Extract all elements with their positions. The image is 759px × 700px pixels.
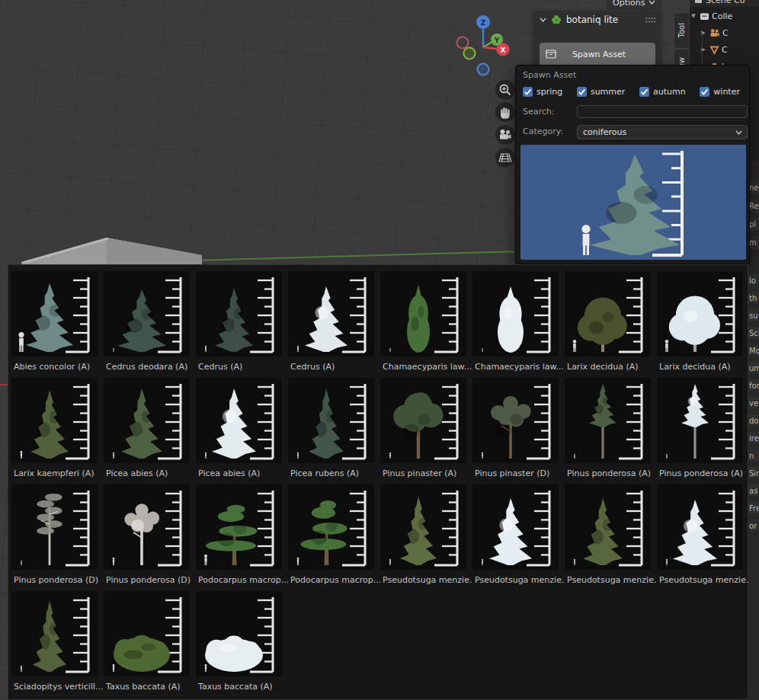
asset-thumbnail[interactable]	[565, 484, 651, 570]
zoom-tool-button[interactable]	[495, 80, 515, 100]
asset-thumbnail[interactable]	[380, 378, 466, 463]
tree-thumbnail-image	[196, 591, 282, 676]
disclosure-triangle-icon[interactable]: ▼	[690, 13, 697, 19]
asset-label: Taxus baccata (A)	[196, 682, 288, 692]
gizmo-neg-z[interactable]	[478, 64, 489, 75]
asset-item[interactable]: Pseudotsuga menzie...	[657, 484, 749, 591]
search-input[interactable]	[577, 105, 748, 118]
asset-label: Chamaecyparis law...	[472, 362, 565, 372]
asset-item[interactable]: Pinus ponderosa (A)	[657, 378, 749, 484]
tree-thumbnail-image	[657, 484, 743, 570]
asset-thumbnail[interactable]	[565, 271, 651, 356]
asset-item[interactable]: Pinus pinaster (A)	[380, 378, 472, 484]
asset-item[interactable]: Cedrus deodara (A)	[104, 271, 196, 378]
asset-item[interactable]: Sciadopitys verticill...	[11, 591, 104, 698]
asset-thumbnail[interactable]	[104, 591, 190, 676]
spawn-asset-button[interactable]: Spawn Asset	[540, 43, 655, 66]
asset-item[interactable]: Pinus ponderosa (D)	[104, 484, 196, 591]
navigation-gizmo[interactable]: Z Y X	[454, 9, 517, 79]
grid-icon	[498, 152, 512, 163]
checkbox-icon[interactable]	[639, 87, 649, 97]
asset-item[interactable]: Taxus baccata (A)	[196, 591, 288, 698]
asset-thumbnail[interactable]	[472, 378, 559, 463]
tab-tool[interactable]: Tool	[674, 12, 689, 49]
outliner-item-camera[interactable]: ▶C	[690, 24, 759, 41]
asset-thumbnail[interactable]	[104, 484, 190, 570]
asset-label: Pseudotsuga menzie...	[565, 575, 657, 585]
asset-thumbnail[interactable]	[657, 484, 743, 570]
category-label: Category:	[523, 126, 563, 136]
clipped-text-row: n	[748, 449, 759, 461]
asset-item[interactable]: Pseudotsuga menzie...	[380, 484, 472, 591]
asset-thumbnail[interactable]	[657, 378, 743, 463]
asset-item[interactable]: Podocarpus macrop...	[288, 484, 380, 591]
asset-item[interactable]: Cedrus (A)	[196, 271, 288, 378]
asset-item[interactable]: Larix decidua (A)	[657, 271, 749, 378]
asset-thumbnail[interactable]	[104, 378, 190, 463]
season-checkbox-spring[interactable]: spring	[523, 87, 562, 97]
outliner-item-cone[interactable]: ▶C	[690, 41, 759, 58]
asset-item[interactable]: Abies concolor (A)	[11, 271, 104, 378]
asset-thumbnail[interactable]	[288, 271, 374, 356]
asset-label: Pseudotsuga menzie...	[380, 575, 472, 585]
asset-item[interactable]: Pinus ponderosa (D)	[11, 484, 104, 591]
spawn-asset-popup: Spawn Asset springsummerautumnwinter Sea…	[515, 65, 750, 264]
asset-item[interactable]: Podocarpus macrop...	[196, 484, 288, 591]
asset-thumbnail[interactable]	[288, 484, 374, 570]
disclosure-triangle-icon[interactable]: ▶	[700, 30, 707, 36]
panel-collapse-chevron-icon[interactable]	[540, 18, 546, 22]
asset-item[interactable]: Pinus ponderosa (A)	[565, 378, 657, 484]
category-select[interactable]: coniferous	[577, 125, 748, 139]
checkbox-icon[interactable]	[577, 87, 587, 97]
asset-thumbnail[interactable]	[565, 378, 651, 463]
asset-item[interactable]: Taxus baccata (A)	[104, 591, 196, 698]
outliner-item-collection[interactable]: ▼Colle	[690, 8, 759, 24]
asset-thumbnail[interactable]	[288, 378, 374, 463]
camera-view-button[interactable]	[495, 125, 515, 145]
cube-object[interactable]	[15, 229, 213, 264]
season-checkbox-summer[interactable]: summer	[577, 87, 625, 97]
asset-label: Larix decidua (A)	[565, 362, 657, 372]
disclosure-triangle-icon[interactable]: ▶	[700, 46, 707, 53]
grid-floor-button[interactable]	[495, 148, 515, 168]
gizmo-neg-y[interactable]	[464, 48, 476, 59]
asset-thumbnail[interactable]	[380, 271, 466, 356]
gizmo-neg-x[interactable]	[457, 37, 469, 49]
asset-label: Pinus ponderosa (D)	[104, 575, 196, 585]
asset-item[interactable]: Picea abies (A)	[196, 378, 288, 484]
outliner-header[interactable]: Scene Co	[690, 0, 759, 7]
checkbox-icon[interactable]	[700, 87, 709, 97]
asset-item[interactable]: Pseudotsuga menzie...	[565, 484, 657, 591]
asset-thumbnail[interactable]	[196, 484, 282, 570]
asset-thumbnail[interactable]	[196, 591, 282, 676]
asset-item[interactable]: Pinus pinaster (D)	[472, 378, 565, 484]
asset-thumbnail[interactable]	[11, 378, 98, 463]
asset-thumbnail[interactable]	[11, 271, 98, 356]
options-dropdown[interactable]: Options	[607, 0, 661, 10]
pan-tool-button[interactable]	[495, 102, 515, 122]
asset-item[interactable]: Picea abies (A)	[104, 378, 196, 484]
checkbox-icon[interactable]	[523, 87, 533, 97]
asset-item[interactable]: Larix decidua (A)	[565, 271, 657, 378]
asset-item[interactable]: Chamaecyparis law...	[380, 271, 472, 378]
asset-item[interactable]: Larix kaempferi (A)	[11, 378, 104, 484]
asset-thumbnail[interactable]	[472, 484, 559, 570]
asset-thumbnail[interactable]	[196, 378, 282, 463]
asset-thumbnail[interactable]	[11, 484, 98, 570]
asset-thumbnail[interactable]	[196, 271, 282, 356]
asset-thumbnail[interactable]	[104, 271, 190, 356]
asset-item[interactable]: Chamaecyparis law...	[472, 271, 565, 378]
panel-drag-dots-icon[interactable]	[645, 17, 655, 24]
season-checkbox-winter[interactable]: winter	[700, 87, 740, 97]
asset-preview[interactable]	[520, 145, 746, 260]
asset-thumbnail[interactable]	[472, 271, 559, 356]
botaniq-panel-header[interactable]: botaniq lite	[533, 11, 661, 28]
asset-item[interactable]: Pseudotsuga menzie...	[472, 484, 565, 591]
asset-thumbnail[interactable]	[11, 591, 98, 676]
clipped-text-row: for	[748, 379, 759, 391]
asset-item[interactable]: Picea rubens (A)	[288, 378, 380, 484]
asset-item[interactable]: Cedrus (A)	[288, 271, 380, 378]
season-checkbox-autumn[interactable]: autumn	[639, 87, 686, 97]
asset-thumbnail[interactable]	[380, 484, 466, 570]
asset-thumbnail[interactable]	[657, 271, 743, 356]
